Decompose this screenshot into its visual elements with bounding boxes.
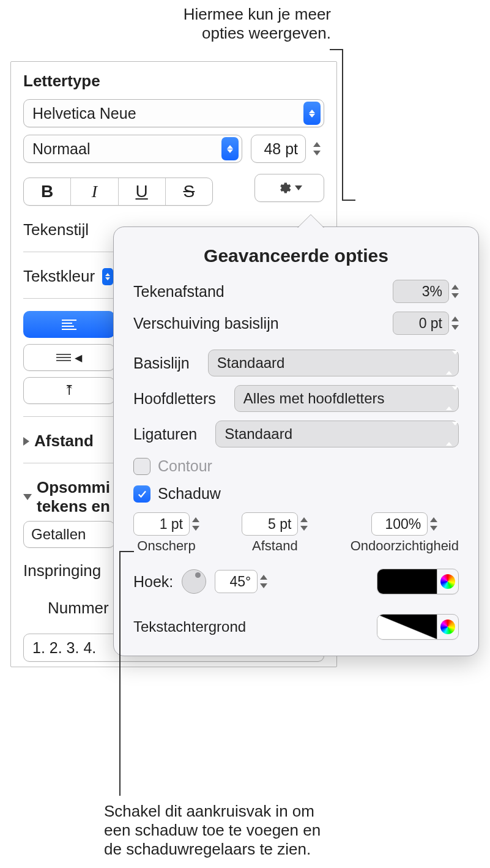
- callout-top: Hiermee kun je meer opties weergeven.: [184, 5, 331, 43]
- shadow-controls: 1 pt Onscherp 5 pt Afstand 100% Ondoorzi…: [133, 512, 459, 554]
- font-style-value: Normaal: [32, 140, 90, 158]
- color-picker-button[interactable]: [437, 615, 458, 639]
- font-family-value: Helvetica Neue: [32, 105, 136, 122]
- color-wheel-icon: [440, 619, 455, 634]
- hoek-label: Hoek:: [133, 573, 173, 591]
- text-background-swatch[interactable]: [377, 614, 459, 640]
- bold-button[interactable]: B: [24, 178, 71, 205]
- popup-arrows-icon: [221, 137, 239, 160]
- section-lettertype-title: Lettertype: [23, 72, 324, 91]
- stepper-icon[interactable]: [192, 517, 199, 531]
- chevron-down-icon: [295, 185, 302, 190]
- popup-arrows-icon: [446, 425, 458, 443]
- stepper-icon[interactable]: [300, 517, 308, 531]
- callout-bottom-line3: de schaduwregelaars te zien.: [104, 840, 321, 859]
- gear-icon: [277, 181, 291, 195]
- color-wheel-icon: [440, 574, 455, 589]
- vertical-align-top-button[interactable]: ⤒: [23, 377, 115, 404]
- callout-line-bottom: [119, 551, 121, 796]
- basislijn-value: Standaard: [217, 354, 285, 372]
- callout-bottom-line2: een schaduw toe te voegen en: [104, 821, 321, 840]
- font-family-popup[interactable]: Helvetica Neue: [23, 99, 324, 127]
- hoofdletters-popup[interactable]: Alles met hoofdletters: [234, 385, 459, 412]
- tekenafstand-label: Tekenafstand: [133, 283, 225, 301]
- shadow-blur-value[interactable]: 1 pt: [133, 512, 190, 536]
- tekenafstand-stepper[interactable]: 3%: [393, 280, 459, 303]
- afstand-label: Afstand: [34, 432, 94, 451]
- stepper-icon[interactable]: [430, 517, 437, 531]
- contour-row[interactable]: Contour: [133, 457, 459, 475]
- tekstachtergrond-label: Tekstachtergrond: [133, 618, 246, 635]
- popup-arrows-icon: [446, 354, 458, 372]
- hoofdletters-value: Alles met hoofdletters: [243, 390, 385, 407]
- shadow-offset-stepper[interactable]: 5 pt: [242, 512, 308, 536]
- font-size-value[interactable]: 48 pt: [251, 135, 306, 163]
- getallen-popup[interactable]: Getallen: [23, 521, 115, 548]
- disclosure-triangle-icon: [23, 437, 29, 446]
- align-left-icon: [62, 318, 76, 332]
- stepper-icon[interactable]: [260, 575, 267, 588]
- text-color-popup[interactable]: [102, 268, 113, 285]
- basislijn-shift-stepper[interactable]: 0 pt: [393, 312, 459, 335]
- advanced-options-popover: Geavanceerde opties Tekenafstand 3% Vers…: [113, 226, 479, 656]
- shadow-opacity-value[interactable]: 100%: [371, 512, 428, 536]
- number-format-value: 1. 2. 3. 4.: [32, 639, 96, 657]
- angle-stepper[interactable]: 45°: [215, 570, 267, 593]
- tekenafstand-value[interactable]: 3%: [393, 280, 449, 303]
- hoofdletters-label: Hoofdletters: [133, 390, 216, 408]
- ligaturen-value: Standaard: [225, 425, 292, 443]
- list-icon: [56, 352, 71, 363]
- ligaturen-popup[interactable]: Standaard: [215, 421, 459, 447]
- popup-arrows-icon: [303, 102, 321, 125]
- text-background-row: Tekstachtergrond: [133, 614, 459, 640]
- opsomming-label: Opsommi tekens en: [37, 478, 110, 516]
- angle-value[interactable]: 45°: [215, 570, 258, 593]
- font-size-stepper[interactable]: [310, 142, 324, 155]
- basislijn-shift-label: Verschuiving basislijn: [133, 315, 279, 332]
- italic-button[interactable]: I: [71, 178, 118, 205]
- shadow-blur-caption: Onscherp: [137, 538, 195, 554]
- callout-bottom-line1: Schakel dit aankruisvak in om: [104, 802, 321, 821]
- ligaturen-label: Ligaturen: [133, 425, 197, 443]
- getallen-label: Getallen: [31, 526, 86, 543]
- font-style-popup[interactable]: Normaal: [23, 135, 242, 163]
- stepper-icon[interactable]: [451, 285, 459, 298]
- shadow-color-swatch[interactable]: [377, 569, 459, 594]
- tekstkleur-label: Tekstkleur: [23, 267, 95, 286]
- schaduw-label: Schaduw: [158, 485, 221, 503]
- shadow-opacity-stepper[interactable]: 100%: [371, 512, 437, 536]
- shadow-color-value[interactable]: [377, 569, 437, 594]
- align-top-icon: ⤒: [64, 383, 75, 398]
- shadow-offset-caption: Afstand: [252, 538, 298, 554]
- shadow-offset-value[interactable]: 5 pt: [242, 512, 298, 536]
- advanced-options-button[interactable]: [254, 174, 324, 202]
- angle-dial[interactable]: [182, 569, 206, 594]
- callout-bottom: Schakel dit aankruisvak in om een schadu…: [104, 802, 321, 859]
- popup-arrows-icon: [446, 390, 458, 407]
- disclosure-triangle-icon: [23, 494, 32, 500]
- popover-title: Geavanceerde opties: [133, 245, 459, 266]
- align-left-button[interactable]: [23, 311, 115, 338]
- shadow-opacity-caption: Ondoorzichtigheid: [351, 538, 459, 554]
- check-icon: [136, 488, 147, 499]
- step-down-icon[interactable]: [313, 151, 321, 155]
- schaduw-checkbox[interactable]: [133, 485, 150, 503]
- color-picker-button[interactable]: [437, 569, 458, 594]
- schaduw-row[interactable]: Schaduw: [133, 485, 459, 503]
- shadow-blur-stepper[interactable]: 1 pt: [133, 512, 199, 536]
- basislijn-popup[interactable]: Standaard: [208, 350, 459, 376]
- text-background-value[interactable]: [377, 615, 437, 639]
- list-popup-button[interactable]: ◀: [23, 344, 115, 371]
- underline-button[interactable]: U: [119, 178, 166, 205]
- basislijn-shift-value[interactable]: 0 pt: [393, 312, 449, 335]
- angle-row: Hoek: 45°: [133, 569, 459, 594]
- strike-button[interactable]: S: [166, 178, 212, 205]
- chevron-left-icon: ◀: [75, 352, 82, 364]
- font-size-field[interactable]: 48 pt: [251, 135, 324, 163]
- contour-checkbox[interactable]: [133, 458, 150, 475]
- step-up-icon[interactable]: [313, 142, 321, 147]
- text-style-segmented: B I U S: [23, 178, 213, 206]
- stepper-icon[interactable]: [451, 316, 459, 330]
- basislijn-label: Basislijn: [133, 354, 190, 372]
- callout-top-line1: Hiermee kun je meer: [184, 5, 331, 24]
